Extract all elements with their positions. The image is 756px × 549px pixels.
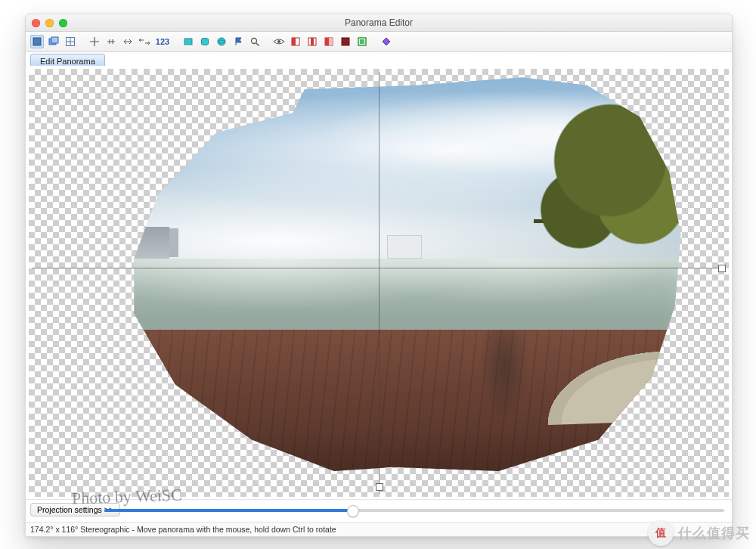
crop-green-icon[interactable] (355, 35, 369, 48)
close-icon[interactable] (32, 19, 40, 27)
diamond-purple-icon[interactable] (380, 35, 393, 48)
numeric-123-icon[interactable]: 123 (154, 35, 171, 48)
grid-icon[interactable] (64, 35, 77, 48)
select-tool-icon[interactable] (30, 35, 44, 48)
mask-red-dark-icon[interactable] (339, 35, 352, 48)
svg-rect-19 (360, 39, 364, 44)
fov-slider-thumb[interactable] (347, 505, 359, 517)
window-title: Panorama Editor (26, 17, 732, 28)
zoom-icon[interactable] (59, 19, 67, 27)
mask-red-left-icon[interactable] (289, 35, 302, 48)
svg-point-8 (252, 39, 257, 44)
center-horizontal-icon[interactable] (104, 35, 118, 48)
svg-point-6 (218, 38, 225, 45)
toolbar: 123 (26, 32, 732, 52)
mask-split-icon[interactable] (322, 35, 336, 48)
svg-rect-0 (33, 38, 41, 45)
app-window: Panorama Editor (25, 14, 733, 537)
mask-red-center-icon[interactable] (305, 35, 319, 48)
magnifier-icon[interactable] (248, 35, 262, 48)
bottom-bar: Projection settings >> 174.2° x 116° Ste… (26, 499, 732, 536)
fov-slider-fill (104, 509, 352, 512)
svg-rect-16 (329, 38, 333, 45)
watermark-text: 什么值得买 (678, 524, 750, 542)
site-watermark: 值 什么值得买 (648, 520, 750, 546)
crosshair-icon[interactable] (88, 35, 101, 48)
svg-point-9 (277, 40, 280, 43)
sphere-icon[interactable] (215, 35, 228, 48)
vertical-guide (379, 72, 380, 494)
flag-blue-icon[interactable] (231, 35, 245, 48)
cylinder-icon[interactable] (198, 35, 212, 48)
titlebar: Panorama Editor (26, 14, 732, 32)
horizontal-guide (32, 268, 726, 268)
svg-rect-2 (51, 37, 58, 43)
eye-icon[interactable] (272, 35, 286, 48)
svg-rect-11 (292, 38, 296, 45)
rectangle-cyan-icon[interactable] (181, 35, 195, 48)
arrows-horizontal-icon[interactable] (121, 35, 135, 48)
transparency-background (29, 69, 729, 497)
right-handle[interactable] (718, 265, 726, 272)
center-handle[interactable] (376, 483, 383, 491)
double-arrows-horizontal-icon[interactable] (138, 35, 151, 48)
window-controls (32, 19, 67, 27)
svg-rect-13 (311, 38, 314, 45)
panorama-canvas[interactable] (26, 66, 732, 500)
svg-rect-4 (184, 39, 192, 45)
minimize-icon[interactable] (45, 19, 54, 27)
svg-rect-15 (325, 38, 329, 45)
status-bar: 174.2° x 116° Stereographic - Move panor… (26, 522, 732, 536)
svg-rect-17 (342, 38, 349, 45)
fov-slider[interactable] (104, 509, 724, 512)
layers-icon[interactable] (47, 35, 60, 48)
watermark-badge: 值 (648, 520, 674, 546)
